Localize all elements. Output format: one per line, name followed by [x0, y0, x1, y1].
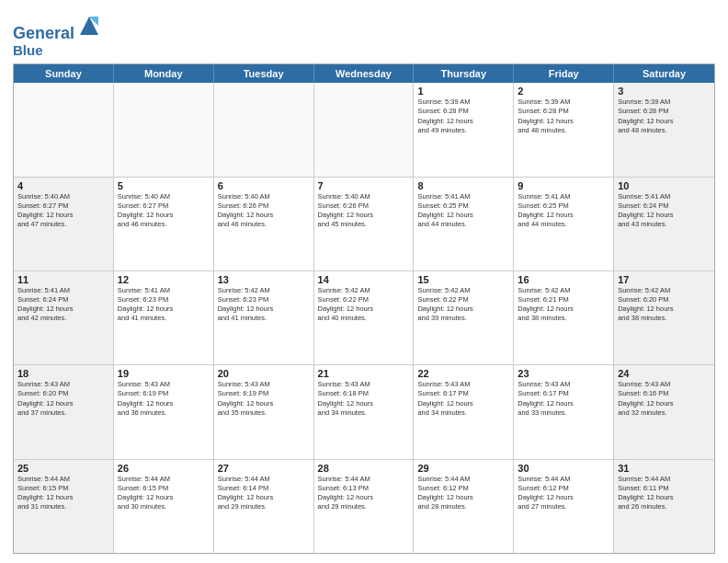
day-info: Sunrise: 5:41 AM Sunset: 6:24 PM Dayligh… — [17, 286, 109, 324]
day-info: Sunrise: 5:39 AM Sunset: 6:28 PM Dayligh… — [618, 98, 711, 135]
calendar-header-cell: Tuesday — [214, 64, 314, 83]
day-info: Sunrise: 5:44 AM Sunset: 6:12 PM Dayligh… — [417, 475, 509, 512]
day-number: 10 — [618, 180, 711, 191]
calendar-header: SundayMondayTuesdayWednesdayThursdayFrid… — [14, 64, 714, 83]
calendar-header-cell: Monday — [114, 64, 214, 83]
day-cell: 23Sunrise: 5:43 AM Sunset: 6:17 PM Dayli… — [514, 365, 614, 458]
day-number: 24 — [618, 368, 711, 379]
day-info: Sunrise: 5:42 AM Sunset: 6:20 PM Dayligh… — [618, 286, 711, 324]
day-number: 20 — [218, 368, 310, 379]
day-number: 6 — [218, 180, 310, 191]
day-number: 22 — [417, 368, 509, 379]
day-number: 11 — [17, 274, 109, 285]
logo-text: General — [13, 13, 102, 43]
day-info: Sunrise: 5:41 AM Sunset: 6:23 PM Dayligh… — [118, 286, 210, 324]
day-info: Sunrise: 5:41 AM Sunset: 6:24 PM Dayligh… — [618, 192, 711, 230]
day-info: Sunrise: 5:43 AM Sunset: 6:19 PM Dayligh… — [218, 380, 310, 418]
day-number: 29 — [417, 463, 509, 474]
day-number: 13 — [218, 274, 310, 285]
day-cell: 20Sunrise: 5:43 AM Sunset: 6:19 PM Dayli… — [214, 365, 314, 458]
logo-general: General — [13, 24, 74, 42]
empty-cell — [114, 83, 214, 176]
day-info: Sunrise: 5:42 AM Sunset: 6:21 PM Dayligh… — [518, 286, 609, 324]
day-cell: 18Sunrise: 5:43 AM Sunset: 6:20 PM Dayli… — [14, 365, 114, 458]
day-info: Sunrise: 5:42 AM Sunset: 6:22 PM Dayligh… — [318, 286, 410, 324]
day-cell: 13Sunrise: 5:42 AM Sunset: 6:23 PM Dayli… — [214, 271, 314, 364]
header: General Blue — [13, 9, 715, 58]
day-cell: 15Sunrise: 5:42 AM Sunset: 6:22 PM Dayli… — [414, 271, 514, 364]
day-number: 19 — [118, 368, 210, 379]
day-cell: 6Sunrise: 5:40 AM Sunset: 6:26 PM Daylig… — [214, 178, 314, 270]
day-info: Sunrise: 5:39 AM Sunset: 6:28 PM Dayligh… — [518, 98, 609, 135]
day-info: Sunrise: 5:43 AM Sunset: 6:20 PM Dayligh… — [17, 380, 109, 418]
day-info: Sunrise: 5:43 AM Sunset: 6:17 PM Dayligh… — [417, 380, 509, 418]
day-number: 17 — [618, 274, 711, 285]
day-number: 18 — [17, 368, 109, 379]
calendar-row: 4Sunrise: 5:40 AM Sunset: 6:27 PM Daylig… — [14, 178, 714, 271]
day-info: Sunrise: 5:43 AM Sunset: 6:19 PM Dayligh… — [118, 380, 210, 418]
day-cell: 22Sunrise: 5:43 AM Sunset: 6:17 PM Dayli… — [414, 365, 514, 458]
day-number: 15 — [417, 274, 509, 285]
calendar-header-cell: Saturday — [614, 64, 714, 83]
page: General Blue SundayMondayTuesdayWednesda… — [0, 0, 728, 563]
day-number: 26 — [118, 463, 210, 474]
day-number: 31 — [618, 463, 711, 474]
day-cell: 26Sunrise: 5:44 AM Sunset: 6:15 PM Dayli… — [114, 460, 214, 553]
day-number: 1 — [417, 86, 509, 97]
calendar-header-cell: Wednesday — [314, 64, 415, 83]
day-number: 27 — [218, 463, 310, 474]
empty-cell — [314, 83, 415, 176]
day-cell: 1Sunrise: 5:39 AM Sunset: 6:28 PM Daylig… — [414, 83, 514, 176]
day-info: Sunrise: 5:41 AM Sunset: 6:25 PM Dayligh… — [417, 192, 509, 230]
day-info: Sunrise: 5:43 AM Sunset: 6:18 PM Dayligh… — [318, 380, 410, 418]
day-number: 8 — [417, 180, 509, 191]
day-cell: 12Sunrise: 5:41 AM Sunset: 6:23 PM Dayli… — [114, 271, 214, 364]
day-number: 7 — [318, 180, 410, 191]
calendar-row: 11Sunrise: 5:41 AM Sunset: 6:24 PM Dayli… — [14, 271, 714, 365]
day-cell: 27Sunrise: 5:44 AM Sunset: 6:14 PM Dayli… — [214, 460, 314, 553]
day-info: Sunrise: 5:40 AM Sunset: 6:27 PM Dayligh… — [118, 192, 210, 230]
day-cell: 25Sunrise: 5:44 AM Sunset: 6:15 PM Dayli… — [14, 460, 114, 553]
calendar-row: 18Sunrise: 5:43 AM Sunset: 6:20 PM Dayli… — [14, 365, 714, 459]
day-info: Sunrise: 5:44 AM Sunset: 6:12 PM Dayligh… — [518, 475, 609, 512]
day-cell: 29Sunrise: 5:44 AM Sunset: 6:12 PM Dayli… — [414, 460, 514, 553]
day-cell: 11Sunrise: 5:41 AM Sunset: 6:24 PM Dayli… — [14, 271, 114, 364]
calendar-header-cell: Friday — [514, 64, 614, 83]
day-cell: 2Sunrise: 5:39 AM Sunset: 6:28 PM Daylig… — [514, 83, 614, 176]
empty-cell — [214, 83, 314, 176]
day-number: 12 — [118, 274, 210, 285]
day-cell: 24Sunrise: 5:43 AM Sunset: 6:16 PM Dayli… — [614, 365, 714, 458]
calendar-body: 1Sunrise: 5:39 AM Sunset: 6:28 PM Daylig… — [14, 83, 714, 553]
day-cell: 21Sunrise: 5:43 AM Sunset: 6:18 PM Dayli… — [314, 365, 415, 458]
day-info: Sunrise: 5:42 AM Sunset: 6:22 PM Dayligh… — [417, 286, 509, 324]
day-info: Sunrise: 5:44 AM Sunset: 6:14 PM Dayligh… — [218, 475, 310, 512]
day-info: Sunrise: 5:43 AM Sunset: 6:17 PM Dayligh… — [518, 380, 609, 418]
day-cell: 14Sunrise: 5:42 AM Sunset: 6:22 PM Dayli… — [314, 271, 415, 364]
day-number: 16 — [518, 274, 609, 285]
day-cell: 8Sunrise: 5:41 AM Sunset: 6:25 PM Daylig… — [414, 178, 514, 270]
day-cell: 28Sunrise: 5:44 AM Sunset: 6:13 PM Dayli… — [314, 460, 415, 553]
day-info: Sunrise: 5:43 AM Sunset: 6:16 PM Dayligh… — [618, 380, 711, 418]
day-number: 25 — [17, 463, 109, 474]
day-info: Sunrise: 5:44 AM Sunset: 6:15 PM Dayligh… — [17, 475, 109, 512]
calendar: SundayMondayTuesdayWednesdayThursdayFrid… — [13, 63, 715, 554]
logo-icon — [76, 13, 102, 39]
logo: General Blue — [13, 13, 102, 58]
day-cell: 5Sunrise: 5:40 AM Sunset: 6:27 PM Daylig… — [114, 178, 214, 270]
calendar-header-cell: Sunday — [14, 64, 114, 83]
day-number: 5 — [118, 180, 210, 191]
calendar-header-cell: Thursday — [414, 64, 514, 83]
day-info: Sunrise: 5:42 AM Sunset: 6:23 PM Dayligh… — [218, 286, 310, 324]
day-cell: 7Sunrise: 5:40 AM Sunset: 6:26 PM Daylig… — [314, 178, 415, 270]
day-info: Sunrise: 5:39 AM Sunset: 6:28 PM Dayligh… — [417, 98, 509, 135]
empty-cell — [14, 83, 114, 176]
calendar-row: 1Sunrise: 5:39 AM Sunset: 6:28 PM Daylig… — [14, 83, 714, 177]
day-cell: 17Sunrise: 5:42 AM Sunset: 6:20 PM Dayli… — [614, 271, 714, 364]
day-number: 3 — [618, 86, 711, 97]
day-cell: 30Sunrise: 5:44 AM Sunset: 6:12 PM Dayli… — [514, 460, 614, 553]
day-cell: 19Sunrise: 5:43 AM Sunset: 6:19 PM Dayli… — [114, 365, 214, 458]
day-info: Sunrise: 5:41 AM Sunset: 6:25 PM Dayligh… — [518, 192, 609, 230]
day-cell: 3Sunrise: 5:39 AM Sunset: 6:28 PM Daylig… — [614, 83, 714, 176]
day-number: 30 — [518, 463, 609, 474]
day-number: 14 — [318, 274, 410, 285]
